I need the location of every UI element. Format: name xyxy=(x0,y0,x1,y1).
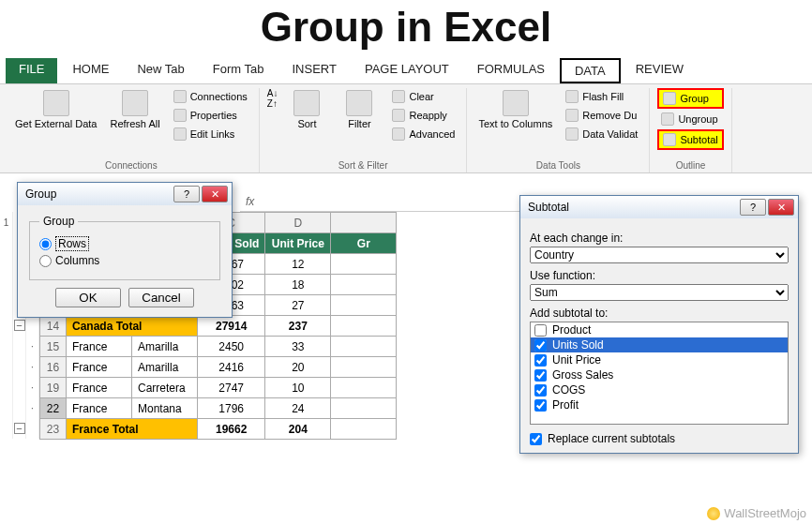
flash-fill-button[interactable]: Flash Fill xyxy=(562,88,641,105)
ribbon: Get External Data Refresh All Connection… xyxy=(0,83,812,173)
at-each-change-label: At each change in: xyxy=(530,232,789,245)
close-button[interactable]: ✕ xyxy=(768,199,794,216)
add-subtotal-list[interactable]: ProductUnits SoldUnit PriceGross SalesCO… xyxy=(530,322,789,425)
use-function-label: Use function: xyxy=(530,269,789,282)
tab-form-tab[interactable]: Form Tab xyxy=(200,58,278,83)
subtotal-button[interactable]: Subtotal xyxy=(657,129,723,150)
connections-group-label: Connections xyxy=(11,158,251,172)
filter-icon xyxy=(346,90,372,116)
outline-group-label: Outline xyxy=(657,158,723,172)
tab-page-layout[interactable]: PAGE LAYOUT xyxy=(352,58,462,83)
ribbon-tabs: FILEHOMENew TabForm TabINSERTPAGE LAYOUT… xyxy=(0,58,812,83)
tab-home[interactable]: HOME xyxy=(59,58,122,83)
tab-review[interactable]: REVIEW xyxy=(623,58,697,83)
clear-button[interactable]: Clear xyxy=(388,88,459,105)
edit-links-button[interactable]: Edit Links xyxy=(170,126,251,142)
close-button[interactable]: ✕ xyxy=(202,186,228,202)
group-dialog-title: Group xyxy=(25,187,56,201)
add-subtotal-label: Add subtotal to: xyxy=(530,307,789,320)
database-icon xyxy=(43,90,69,116)
sort-icon xyxy=(293,90,320,116)
rows-radio[interactable]: Rows xyxy=(39,236,210,251)
help-button[interactable]: ? xyxy=(740,199,766,216)
use-function-select[interactable]: Sum xyxy=(530,284,789,301)
watermark: WallStreetMojo xyxy=(707,506,806,520)
sort-filter-group-label: Sort & Filter xyxy=(267,158,459,172)
replace-subtotals-check[interactable]: Replace current subtotals xyxy=(530,432,789,445)
get-external-data-button[interactable]: Get External Data xyxy=(11,88,100,131)
page-title: Group in Excel xyxy=(0,0,812,58)
collapse-button[interactable]: − xyxy=(14,423,25,434)
subtotal-field-units-sold[interactable]: Units Sold xyxy=(531,337,788,352)
reapply-button[interactable]: Reapply xyxy=(388,107,459,124)
tab-insert[interactable]: INSERT xyxy=(278,58,349,83)
refresh-icon xyxy=(122,90,148,116)
connections-button[interactable]: Connections xyxy=(170,88,251,105)
ok-button[interactable]: OK xyxy=(55,288,121,307)
sort-button[interactable]: Sort xyxy=(283,88,330,131)
subtotal-field-gross-sales[interactable]: Gross Sales xyxy=(531,367,788,382)
remove-du-button[interactable]: Remove Du xyxy=(562,107,641,124)
refresh-all-button[interactable]: Refresh All xyxy=(106,88,163,131)
subtotal-field-profit[interactable]: Profit xyxy=(531,397,788,412)
formula-bar[interactable]: fx xyxy=(240,191,521,212)
filter-button[interactable]: Filter xyxy=(336,88,383,131)
at-each-change-select[interactable]: Country xyxy=(530,247,789,263)
tab-new-tab[interactable]: New Tab xyxy=(124,58,197,83)
bulb-icon xyxy=(707,507,720,520)
subtotal-field-product[interactable]: Product xyxy=(531,322,788,337)
collapse-button[interactable]: − xyxy=(14,320,25,331)
tab-formulas[interactable]: FORMULAS xyxy=(464,58,558,83)
columns-radio[interactable]: Columns xyxy=(39,254,210,267)
cancel-button[interactable]: Cancel xyxy=(128,288,194,307)
properties-button[interactable]: Properties xyxy=(170,107,251,124)
group-dialog: Group ? ✕ Group Rows Columns OK Cancel xyxy=(17,182,233,318)
group-button[interactable]: Group xyxy=(657,88,723,109)
tab-data[interactable]: DATA xyxy=(560,58,621,83)
text-to-columns-icon xyxy=(503,90,529,116)
subtotal-field-cogs[interactable]: COGS xyxy=(531,382,788,397)
advanced-button[interactable]: Advanced xyxy=(388,126,459,142)
data-tools-group-label: Data Tools xyxy=(474,158,641,172)
subtotal-dialog-title: Subtotal xyxy=(528,201,569,214)
help-button[interactable]: ? xyxy=(173,186,200,202)
ungroup-button[interactable]: Ungroup xyxy=(657,111,723,127)
data-validat-button[interactable]: Data Validat xyxy=(562,126,641,142)
group-legend: Group xyxy=(39,215,78,228)
subtotal-field-unit-price[interactable]: Unit Price xyxy=(531,352,788,367)
text-to-columns-button[interactable]: Text to Columns xyxy=(474,88,556,131)
fx-icon: fx xyxy=(246,195,254,208)
tab-file[interactable]: FILE xyxy=(6,58,57,83)
subtotal-dialog: Subtotal ? ✕ At each change in: Country … xyxy=(519,195,799,454)
